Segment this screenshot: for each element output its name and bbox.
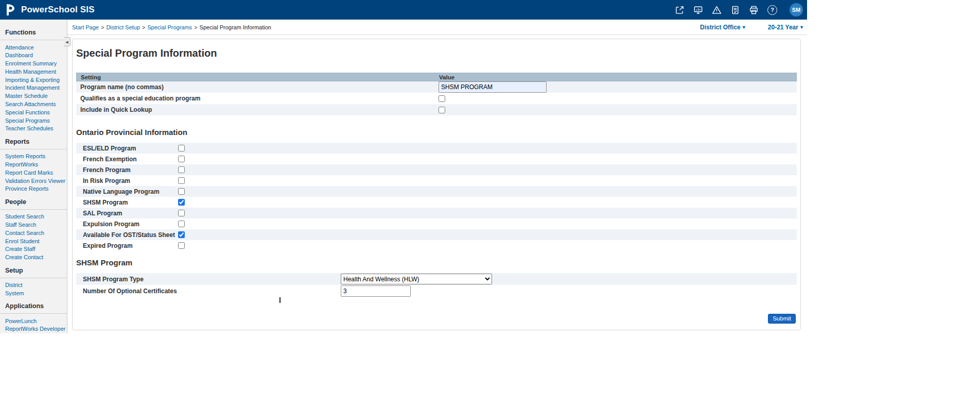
breadcrumb-item-special-programs[interactable]: Special Programs: [147, 24, 192, 30]
header-icons: ? SM: [674, 3, 803, 16]
sidebar-item-reportworks-developer[interactable]: ReportWorks Developer: [0, 325, 67, 333]
sidebar-item-search-attachments[interactable]: Search Attachments: [0, 100, 67, 109]
school-selector[interactable]: District Office ▾: [700, 24, 745, 31]
shsm-value: [341, 285, 411, 297]
ontario-value: [178, 221, 185, 227]
breadcrumb-item-start-page[interactable]: Start Page: [72, 24, 99, 30]
sidebar-section-applications: ApplicationsPowerLunchReportWorks Develo…: [0, 297, 67, 333]
sidebar-item-staff-search[interactable]: Staff Search: [0, 221, 67, 229]
sidebar-heading-applications: Applications: [0, 302, 67, 314]
collapse-sidebar-button[interactable]: ◀: [64, 37, 71, 46]
shsm-label: Number Of Optional Certificates: [76, 288, 341, 295]
sidebar-heading-setup: Setup: [0, 267, 67, 278]
sidebar-item-validation-errors-viewer[interactable]: Validation Errors Viewer: [0, 177, 67, 185]
sal-program-checkbox[interactable]: [178, 210, 185, 216]
ontario-label: Expired Program: [76, 242, 178, 249]
in-risk-program-checkbox[interactable]: [178, 177, 185, 184]
context-selectors: District Office ▾ 20-21 Year ▾: [700, 24, 804, 31]
expired-program-checkbox[interactable]: [178, 242, 185, 249]
ontario-row: In Risk Program: [76, 175, 797, 186]
french-program-checkbox[interactable]: [178, 166, 185, 173]
setting-value: [435, 81, 547, 93]
user-avatar[interactable]: SM: [790, 3, 803, 16]
ontario-value: [178, 145, 185, 151]
number-of-optional-certificates-input[interactable]: [341, 285, 411, 297]
sidebar-section-reports: ReportsSystem ReportsReportWorksReport C…: [0, 133, 67, 193]
ontario-label: Available For OST/Status Sheet: [76, 231, 178, 239]
ontario-row: Expulsion Program: [76, 218, 797, 229]
section-title-shsm: SHSM Program: [76, 258, 797, 267]
setting-label: Include in Quick Lookup: [76, 106, 435, 113]
esl-eld-program-checkbox[interactable]: [178, 145, 185, 151]
sidebar-item-province-reports[interactable]: Province Reports: [0, 185, 67, 193]
shsm-program-checkbox[interactable]: [178, 199, 185, 206]
alerts-icon[interactable]: [711, 4, 723, 16]
ontario-value: [178, 156, 185, 162]
report-queue-icon[interactable]: [729, 4, 741, 16]
ontario-row: French Exemption: [76, 154, 797, 164]
ontario-value: [178, 177, 185, 184]
chevron-down-icon: ▾: [743, 25, 745, 30]
sidebar-item-teacher-schedules[interactable]: Teacher Schedules: [0, 125, 67, 133]
app-window: PowerSchool SIS: [0, 0, 807, 333]
ontario-label: SHSM Program: [76, 199, 178, 206]
ontario-row: Available For OST/Status Sheet: [76, 229, 797, 240]
setting-value: [435, 107, 445, 113]
ontario-label: ESL/ELD Program: [76, 145, 178, 152]
french-exemption-checkbox[interactable]: [178, 156, 185, 162]
ontario-label: French Program: [76, 166, 178, 174]
expulsion-program-checkbox[interactable]: [178, 221, 185, 227]
sidebar-item-dashboard[interactable]: Dashboard: [0, 52, 67, 60]
shsm-label: SHSM Program Type: [76, 276, 341, 283]
breadcrumb-item-district-setup[interactable]: District Setup: [106, 24, 139, 30]
print-icon[interactable]: [748, 4, 760, 16]
setting-label: Program name (no commas): [76, 83, 435, 91]
ontario-row: SAL Program: [76, 208, 797, 218]
sidebar-heading-people: People: [0, 198, 67, 210]
shsm-program-type-select[interactable]: Health And Wellness (HLW): [341, 274, 492, 284]
ontario-row: ESL/ELD Program: [76, 143, 797, 154]
native-language-program-checkbox[interactable]: [178, 188, 185, 195]
sidebar-item-special-programs[interactable]: Special Programs: [0, 116, 67, 125]
sidebar-section-setup: SetupDistrictSystem: [0, 262, 67, 298]
settings-row: Include in Quick Lookup: [76, 104, 797, 115]
ontario-value: [178, 188, 185, 195]
submit-button[interactable]: Submit: [768, 314, 796, 324]
sidebar-item-importing-exporting[interactable]: Importing & Exporting: [0, 76, 67, 84]
sidebar-item-reportworks[interactable]: ReportWorks: [0, 161, 67, 169]
sidebar-item-attendance[interactable]: Attendance: [0, 43, 67, 52]
program-name-no-commas-input[interactable]: [439, 81, 547, 93]
open-new-window-icon[interactable]: [674, 4, 686, 16]
sidebar-heading-functions: Functions: [0, 29, 67, 40]
powerschool-logo-icon[interactable]: [5, 4, 16, 16]
help-icon[interactable]: ?: [766, 4, 778, 16]
sidebar-item-system-reports[interactable]: System Reports: [0, 153, 67, 161]
sidebar-item-create-staff[interactable]: Create Staff: [0, 245, 67, 254]
sidebar-item-enrolment-summary[interactable]: Enrolment Summary: [0, 60, 67, 68]
sidebar-item-report-card-marks[interactable]: Report Card Marks: [0, 168, 67, 177]
sidebar-item-master-schedule[interactable]: Master Schedule: [0, 92, 67, 100]
ontario-label: Native Language Program: [76, 188, 178, 195]
sidebar-item-contact-search[interactable]: Contact Search: [0, 229, 67, 237]
sidebar-item-enrol-student[interactable]: Enrol Student: [0, 237, 67, 245]
sidebar-heading-reports: Reports: [0, 138, 67, 149]
sidebar-item-incident-management[interactable]: Incident Management: [0, 84, 67, 92]
available-for-ost-status-sheet-checkbox[interactable]: [178, 231, 185, 238]
content-area: Special Program Information Setting Valu…: [67, 35, 807, 330]
sidebar-item-student-search[interactable]: Student Search: [0, 213, 67, 221]
sidebar-item-health-management[interactable]: Health Management: [0, 68, 67, 76]
sidebar-section-people: PeopleStudent SearchStaff SearchContact …: [0, 193, 67, 262]
sidebar-item-district[interactable]: District: [0, 281, 67, 290]
system-monitor-icon[interactable]: [692, 4, 704, 16]
sidebar-item-powerlunch[interactable]: PowerLunch: [0, 317, 67, 325]
sidebar-item-system[interactable]: System: [0, 289, 67, 297]
ontario-row: Native Language Program: [76, 186, 797, 197]
sidebar-item-special-functions[interactable]: Special Functions: [0, 108, 67, 116]
app-body: FunctionsAttendanceDashboardEnrolment Su…: [0, 20, 807, 333]
ontario-value: [178, 210, 185, 216]
qualifies-as-a-special-education-program-checkbox[interactable]: [439, 95, 445, 102]
sidebar-item-create-contact[interactable]: Create Contact: [0, 254, 67, 262]
term-selector[interactable]: 20-21 Year ▾: [768, 24, 803, 31]
main-column: Start Page>District Setup>Special Progra…: [67, 20, 807, 333]
include-in-quick-lookup-checkbox[interactable]: [439, 107, 445, 113]
